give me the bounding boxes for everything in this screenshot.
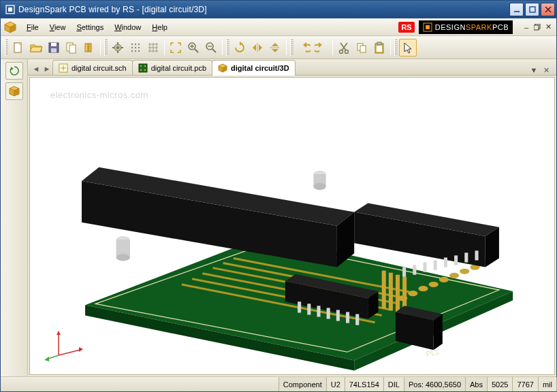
main-area: ◄ ► digital circuit.sch digital circuit.… [28,59,556,376]
svg-line-143 [59,350,80,355]
svg-point-35 [135,50,136,51]
menu-window[interactable]: Window [109,20,146,34]
svg-point-111 [116,254,130,261]
toolbar-grip[interactable] [5,39,8,56]
undo-button[interactable] [295,39,313,56]
svg-point-31 [131,46,133,48]
svg-point-33 [138,46,140,48]
designspark-badge: DESIGNSPARKPCB [419,20,513,34]
3d-viewport[interactable]: electronics-micros.com [29,77,555,375]
pcb-icon [138,63,148,73]
svg-rect-120 [454,255,458,265]
svg-rect-1 [8,7,12,12]
grid-b-button[interactable] [144,39,162,56]
svg-point-99 [449,273,459,278]
svg-rect-118 [434,260,437,270]
status-abs-x: 5025 [487,377,513,391]
svg-rect-67 [377,46,382,52]
svg-point-79 [140,69,142,70]
toolbar-grip[interactable] [394,39,398,56]
svg-rect-134 [389,273,393,311]
menu-cube-icon[interactable] [3,20,17,34]
pointer-button[interactable] [399,39,417,56]
titlebar: DesignSpark PCB wired by RS - [digital c… [1,1,556,18]
toolbar-grip[interactable] [104,39,108,56]
svg-rect-16 [51,43,57,46]
mdi-close-button[interactable]: ✕ [543,22,554,32]
library-button[interactable] [80,39,98,56]
rotate-button[interactable] [231,39,249,56]
tab-3d[interactable]: digital circuit/3D [212,60,296,76]
brand-logo: RS DESIGNSPARKPCB – ✕ [398,20,554,34]
svg-rect-117 [423,263,426,272]
svg-point-100 [460,269,469,274]
tab-pcb[interactable]: digital circuit.pcb [132,60,212,75]
grid-a-button[interactable] [127,39,144,56]
svg-point-29 [135,43,136,44]
svg-point-28 [131,43,133,44]
redo-button[interactable] [313,39,330,56]
tab-dropdown-button[interactable]: ▼ [529,65,539,75]
tab-next-button[interactable]: ► [42,63,52,75]
svg-line-48 [212,49,216,52]
zoom-in-button[interactable] [185,39,202,56]
tab-label: digital circuit/3D [231,64,289,72]
new-button[interactable] [10,39,27,56]
zoom-out-button[interactable] [202,39,220,56]
svg-rect-127 [307,304,311,314]
svg-rect-66 [377,42,381,45]
status-part: 74LS154 [345,377,384,391]
svg-marker-68 [404,43,411,53]
menu-help[interactable]: Help [146,20,173,34]
tab-prev-button[interactable]: ◄ [31,63,42,75]
svg-point-36 [138,50,140,51]
cut-button[interactable] [335,39,353,56]
app-icon [5,4,16,15]
left-toolbar [1,59,28,376]
status-unit: mil [538,377,557,391]
svg-rect-135 [396,275,400,313]
svg-point-32 [135,46,136,48]
svg-rect-132 [355,314,359,325]
copy-doc-button[interactable] [63,39,80,56]
svg-rect-130 [336,310,340,321]
tab-label: digital circuit.sch [71,64,127,72]
maximize-button[interactable] [525,3,539,16]
toolbar-grip[interactable] [290,39,293,56]
copy-button[interactable] [353,39,370,56]
svg-marker-55 [272,49,278,52]
svg-rect-122 [475,250,478,260]
svg-point-77 [140,65,142,66]
refresh-button[interactable] [5,62,23,80]
svg-rect-21 [89,44,91,52]
svg-rect-64 [360,46,366,52]
mdi-minimize-button[interactable]: – [521,22,532,32]
toolbar-grip[interactable] [226,39,229,56]
save-button[interactable] [45,39,63,56]
flip-v-button[interactable] [266,39,284,56]
app-window: DesignSpark PCB wired by RS - [digital c… [0,0,557,392]
axis-gizmo [45,328,86,362]
menu-view[interactable]: View [44,20,71,34]
svg-point-98 [439,277,449,282]
settings-button[interactable] [109,39,127,56]
menu-settings[interactable]: Settings [71,20,109,34]
paste-button[interactable] [370,39,388,56]
mdi-restore-button[interactable] [532,22,543,32]
tab-schematic[interactable]: digital circuit.sch [52,60,133,75]
statusbar: Component U2 74LS154 DIL Pos: 4600,5650 … [1,376,556,391]
fit-view-button[interactable] [167,39,185,56]
status-package: DIL [383,377,404,391]
svg-marker-52 [259,44,262,51]
flip-h-button[interactable] [249,39,266,56]
tab-label: digital circuit.pcb [151,64,206,72]
svg-rect-119 [444,257,447,267]
minimize-button[interactable] [509,3,524,16]
close-button[interactable] [541,3,555,16]
svg-rect-121 [464,252,468,262]
svg-rect-126 [298,301,301,312]
tab-close-button[interactable]: ✕ [541,65,551,75]
open-button[interactable] [27,39,45,56]
cube-button[interactable] [5,82,23,100]
menu-file[interactable]: File [21,20,44,34]
